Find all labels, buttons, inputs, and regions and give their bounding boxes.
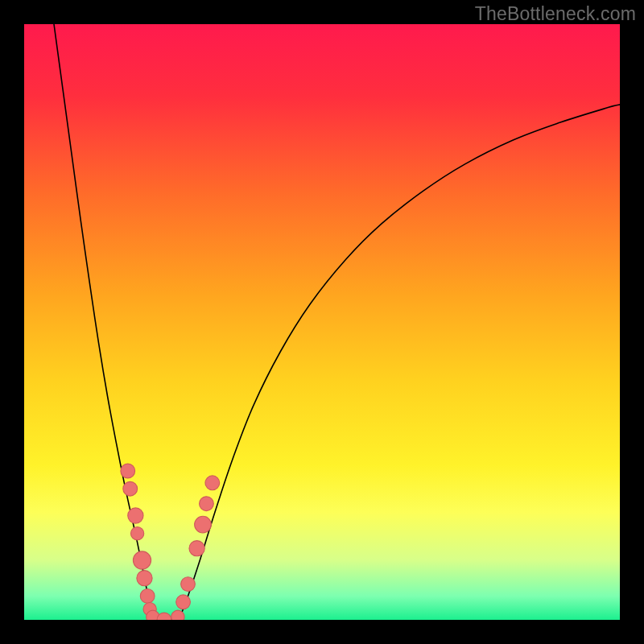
plot-area [24, 24, 620, 620]
highlight-dots [24, 24, 620, 620]
chart-frame: TheBottleneck.com [0, 0, 644, 644]
highlight-dot [181, 577, 196, 592]
highlight-dot [128, 508, 143, 523]
highlight-dot [171, 610, 184, 620]
highlight-dot [133, 551, 151, 569]
highlight-dot [205, 476, 220, 490]
highlight-dot [130, 527, 143, 540]
highlight-dot [157, 613, 171, 620]
highlight-dot [176, 595, 191, 609]
highlight-dot [121, 464, 135, 478]
highlight-dot [195, 516, 212, 533]
highlight-dot [123, 481, 138, 496]
highlight-dot [140, 589, 155, 604]
highlight-dot [189, 541, 204, 556]
highlight-dot [200, 497, 214, 511]
highlight-dot [137, 571, 152, 586]
watermark-text: TheBottleneck.com [475, 3, 636, 25]
